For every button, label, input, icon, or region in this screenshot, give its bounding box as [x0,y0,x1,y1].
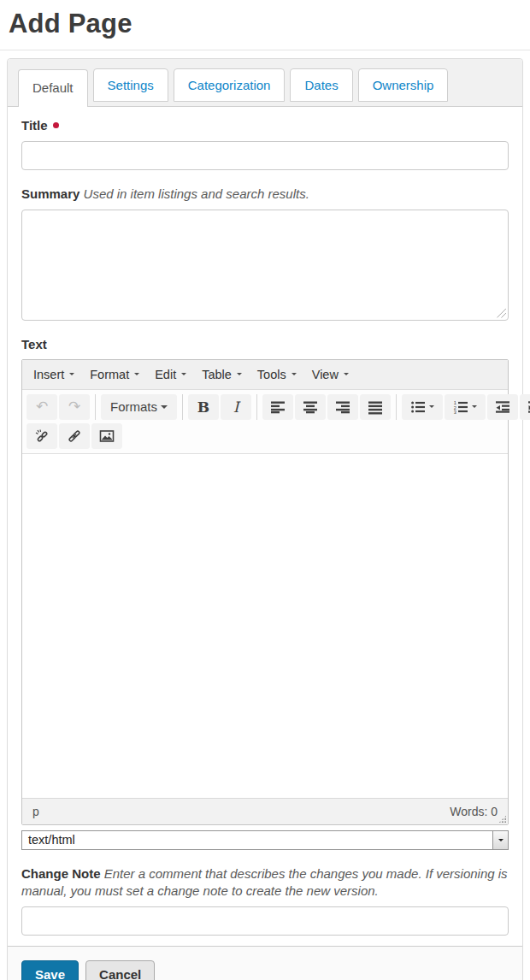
align-right-button[interactable] [327,394,358,420]
italic-button[interactable]: I [221,394,251,420]
summary-help-text: Used in item listings and search results… [84,186,309,201]
menu-edit[interactable]: Edit [147,366,194,383]
bold-icon: B [197,398,209,416]
undo-button[interactable]: ↶ [26,394,57,420]
editor-resize-handle[interactable] [498,815,507,824]
image-icon [99,428,115,444]
text-label-row: Text [21,336,509,353]
title-label-row: Title [21,117,509,134]
tab-ownership[interactable]: Ownership [358,68,449,102]
add-page-form-panel: Default Settings Categorization Dates Ow… [7,58,523,980]
redo-button[interactable]: ↷ [59,394,90,420]
redo-icon: ↷ [68,399,80,414]
bullet-list-button[interactable] [402,394,443,420]
numbered-list-icon: 123 [453,399,468,415]
link-icon [67,428,82,444]
header-divider [0,50,530,50]
indent-button[interactable] [520,394,530,420]
title-label: Title [21,118,48,133]
chevron-down-icon [498,839,504,841]
editor-menubar: Insert Format Edit Table Tools View [22,360,508,390]
page-title: Add Page [0,0,530,50]
select-arrow-button[interactable] [492,831,508,849]
text-label: Text [21,337,47,351]
chevron-down-icon [429,405,434,408]
chevron-down-icon [134,373,139,375]
required-indicator-icon [53,122,59,128]
change-note-label-row: Change Note Enter a comment that describ… [21,865,509,900]
align-center-button[interactable] [295,394,326,420]
align-justify-button[interactable] [360,394,391,420]
chevron-down-icon [69,373,74,375]
word-count: Words: 0 [450,805,498,818]
tab-settings[interactable]: Settings [93,68,168,102]
form-content: Title Summary Used in item listings and … [8,107,522,946]
align-right-icon [335,399,350,415]
align-center-icon [303,399,318,415]
numbered-list-button[interactable]: 123 [445,394,486,420]
form-footer: Save Cancel [8,946,522,980]
undo-icon: ↶ [36,399,48,414]
mimetype-select[interactable]: text/html [21,830,509,850]
menu-table[interactable]: Table [194,366,250,383]
outdent-button[interactable] [487,394,518,420]
formats-dropdown[interactable]: Formats [101,394,177,420]
editor-statusbar: p Words: 0 [22,798,508,824]
mimetype-selected-value: text/html [28,833,75,847]
element-path[interactable]: p [32,805,39,818]
summary-textarea[interactable] [21,210,509,321]
menu-insert[interactable]: Insert [26,366,82,383]
change-note-label: Change Note [21,866,101,881]
align-justify-icon [368,399,383,415]
image-button[interactable] [91,423,122,449]
title-input[interactable] [21,141,509,170]
tab-categorization[interactable]: Categorization [174,68,286,102]
chevron-down-icon [472,405,477,408]
summary-label: Summary [21,186,80,201]
menu-tools[interactable]: Tools [250,366,304,383]
change-note-input[interactable] [21,906,509,936]
align-left-button[interactable] [262,394,293,420]
italic-icon: I [233,398,239,416]
toolbar-row-1: ↶ ↷ Formats B I [26,393,504,422]
chevron-down-icon [237,373,242,375]
summary-label-row: Summary Used in item listings and search… [21,186,509,203]
link-button[interactable] [59,423,90,449]
save-button[interactable]: Save [21,960,79,980]
unlink-icon [34,428,50,444]
align-left-icon [270,399,286,415]
chevron-down-icon [292,373,297,375]
tab-default[interactable]: Default [18,69,88,107]
chevron-down-icon [344,373,349,375]
chevron-down-icon [181,373,186,375]
menu-view[interactable]: View [304,366,356,383]
toolbar-row-2 [26,422,504,451]
chevron-down-icon [161,405,168,409]
editor-toolbar: ↶ ↷ Formats B I [22,390,508,454]
unlink-button[interactable] [26,423,57,449]
svg-text:3: 3 [454,410,456,415]
tab-dates[interactable]: Dates [290,68,352,102]
cancel-button[interactable]: Cancel [85,960,155,980]
bullet-list-icon [410,399,426,415]
richtext-editor: Insert Format Edit Table Tools View ↶ ↷ … [21,359,509,825]
form-tab-bar: Default Settings Categorization Dates Ow… [8,59,522,107]
bold-button[interactable]: B [188,394,219,420]
menu-format[interactable]: Format [82,366,147,383]
editor-content-area[interactable] [22,454,508,798]
outdent-icon [495,399,510,415]
